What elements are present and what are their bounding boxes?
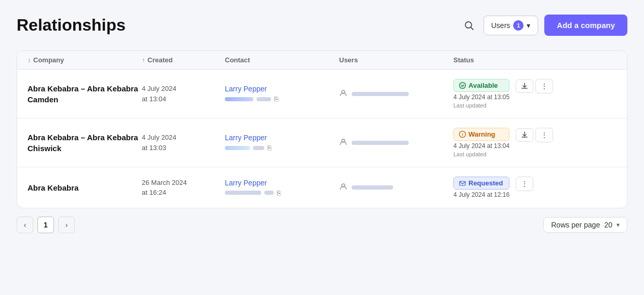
add-company-button[interactable]: Add a company [544, 15, 627, 36]
users-cell [339, 138, 453, 148]
check-circle-icon [459, 82, 466, 89]
contact-bar-row: ⎘ [225, 144, 339, 152]
users-filter-count-badge: 1 [513, 20, 524, 31]
ellipsis-icon: ⋮ [541, 131, 548, 139]
mail-icon [459, 180, 466, 186]
col-header-created: ↑ Created [142, 56, 225, 64]
ellipsis-icon: ⋮ [541, 82, 548, 90]
table-row: Abra Kebabra – Abra Kebabra Chiswick 4 J… [17, 118, 627, 167]
status-cell: Available 4 July 2024 at 13:05 Last upda… [453, 79, 616, 109]
copy-icon[interactable]: ⎘ [277, 189, 281, 197]
status-cell: Requested 4 July 2024 at 12:16 ⋮ [453, 177, 616, 198]
rows-per-page-control[interactable]: Rows per page 20 ▾ [543, 217, 627, 233]
rows-per-page-label: Rows per page [551, 221, 600, 229]
contact-bar-row: ⎘ [225, 95, 339, 103]
rows-per-page-value: 20 [604, 221, 612, 229]
contact-bar-secondary [257, 97, 271, 101]
status-badge-requested: Requested [453, 177, 509, 190]
company-name: Abra Kebabra – Abra Kebabra Chiswick [28, 132, 142, 154]
prev-page-button[interactable]: ‹ [17, 217, 33, 233]
created-date: 26 March 2024 at 16:24 [142, 178, 225, 198]
row-actions: ⋮ [516, 79, 553, 93]
contact-bar [225, 146, 250, 150]
user-avatar-icon [339, 182, 347, 193]
svg-rect-9 [460, 181, 465, 185]
col-header-contact: Contact [225, 56, 339, 64]
more-options-button[interactable]: ⋮ [535, 128, 553, 142]
contact-bar-secondary [264, 191, 274, 195]
search-button[interactable] [461, 17, 477, 34]
user-bar [352, 185, 393, 190]
user-bar [352, 141, 409, 145]
status-date: 4 July 2024 at 13:04 [453, 142, 509, 150]
download-button[interactable] [516, 79, 533, 93]
users-filter-label: Users [491, 21, 511, 30]
chevron-left-icon: ‹ [24, 221, 26, 229]
chevron-down-icon: ▾ [616, 221, 620, 229]
sort-icon-company: ↕ [28, 57, 31, 64]
created-date: 4 July 2024 at 13:04 [142, 84, 225, 104]
col-header-status: Status [453, 56, 616, 64]
relationships-table: ↕ Company ↑ Created Contact Users Status… [17, 50, 627, 208]
status-info: ! Warning 4 July 2024 at 13:04 Last upda… [453, 128, 509, 157]
download-icon [521, 131, 528, 139]
contact-bar [225, 97, 253, 101]
company-name: Abra Kebabra – Abra Kebabra Camden [28, 83, 142, 105]
user-avatar-icon [339, 89, 347, 99]
contact-name[interactable]: Larry Pepper [225, 179, 339, 187]
users-cell [339, 182, 453, 193]
page-title: Relationships [17, 16, 126, 35]
copy-icon[interactable]: ⎘ [274, 95, 278, 103]
status-cell: ! Warning 4 July 2024 at 13:04 Last upda… [453, 128, 616, 157]
contact-cell: Larry Pepper ⎘ [225, 85, 339, 103]
created-date: 4 July 2024 at 13:03 [142, 132, 225, 153]
svg-text:!: ! [462, 132, 463, 137]
user-avatar-icon [339, 138, 347, 148]
chevron-down-icon: ▾ [527, 21, 530, 30]
contact-name[interactable]: Larry Pepper [225, 133, 339, 142]
sort-icon-created: ↑ [142, 57, 145, 64]
copy-icon[interactable]: ⎘ [267, 144, 272, 152]
status-date: 4 July 2024 at 13:05 [453, 93, 509, 101]
status-badge-available: Available [453, 79, 509, 92]
svg-line-1 [471, 27, 473, 30]
table-row: Abra Kebabra – Abra Kebabra Camden 4 Jul… [17, 70, 627, 118]
status-badge-warning: ! Warning [453, 128, 509, 141]
contact-cell: Larry Pepper ⎘ [225, 133, 339, 152]
table-header: ↕ Company ↑ Created Contact Users Status [17, 51, 627, 70]
more-options-button[interactable]: ⋮ [535, 79, 553, 93]
more-options-button[interactable]: ⋮ [516, 177, 533, 191]
users-filter-button[interactable]: Users 1 ▾ [484, 16, 539, 35]
col-header-users: Users [339, 56, 453, 64]
row-actions: ⋮ [516, 177, 533, 191]
table-row: Abra Kebabra 26 March 2024 at 16:24 Larr… [17, 167, 627, 208]
chevron-right-icon: › [65, 221, 68, 229]
row-actions: ⋮ [516, 128, 553, 142]
company-name: Abra Kebabra [28, 182, 142, 193]
contact-bar [225, 191, 261, 195]
status-last-updated: Last updated [453, 151, 509, 157]
status-info: Requested 4 July 2024 at 12:16 [453, 177, 509, 198]
status-date: 4 July 2024 at 12:16 [453, 191, 509, 198]
contact-name[interactable]: Larry Pepper [225, 85, 339, 93]
contact-cell: Larry Pepper ⎘ [225, 179, 339, 197]
warning-icon: ! [459, 131, 466, 138]
download-icon [521, 83, 528, 90]
next-page-button[interactable]: › [58, 217, 75, 233]
download-button[interactable] [516, 128, 533, 142]
search-icon [464, 20, 474, 31]
status-info: Available 4 July 2024 at 13:05 Last upda… [453, 79, 509, 109]
col-header-company: ↕ Company [28, 56, 142, 64]
ellipsis-icon: ⋮ [521, 180, 528, 188]
contact-bar-secondary [253, 146, 264, 150]
users-cell [339, 89, 453, 99]
user-bar [352, 92, 409, 96]
pagination: ‹ 1 › [17, 217, 75, 233]
contact-bar-row: ⎘ [225, 189, 339, 197]
header-actions: Users 1 ▾ Add a company [461, 15, 627, 36]
page-1-button[interactable]: 1 [37, 217, 54, 233]
status-last-updated: Last updated [453, 102, 509, 109]
footer: ‹ 1 › Rows per page 20 ▾ [17, 208, 627, 233]
